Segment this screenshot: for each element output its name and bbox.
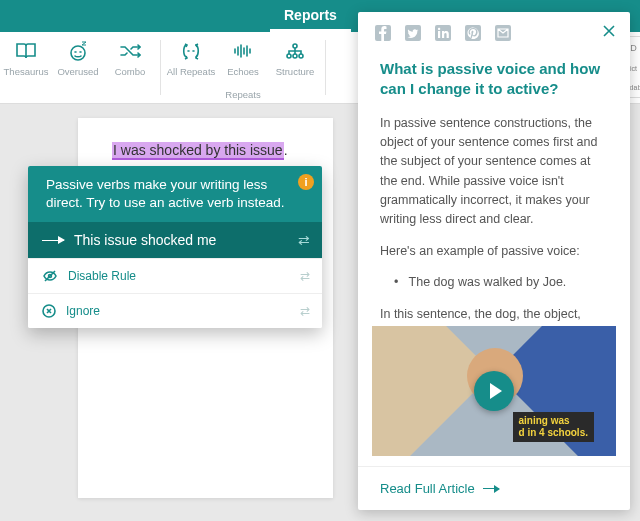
suggestion-card: Passive verbs make your writing less dir… xyxy=(28,166,322,328)
svg-point-4 xyxy=(299,54,303,58)
editor-text: . xyxy=(284,142,288,158)
tab-reports[interactable]: Reports xyxy=(270,0,351,32)
toolbar-group-repeats: All Repeats Echoes Structure Repeats xyxy=(165,32,321,103)
pinterest-icon[interactable] xyxy=(464,24,482,42)
group-separator xyxy=(160,40,161,95)
toolbar-group-1: Thesaurus Overused Combo xyxy=(0,32,156,103)
repeats-icon xyxy=(180,40,202,62)
paragraph: In this sentence, the dog, the object, c… xyxy=(380,305,608,325)
svg-point-3 xyxy=(293,54,297,58)
combo-button[interactable]: Combo xyxy=(104,32,156,80)
help-panel: What is passive voice and how can I chan… xyxy=(358,12,630,510)
shuffle-icon xyxy=(119,40,141,62)
paragraph: Here's an example of passive voice: xyxy=(380,242,608,261)
overused-button[interactable]: Overused xyxy=(52,32,104,80)
paragraph: In passive sentence constructions, the o… xyxy=(380,114,608,230)
svg-point-1 xyxy=(293,44,297,48)
suggestion-message: Passive verbs make your writing less dir… xyxy=(28,166,322,222)
overused-label: Overused xyxy=(57,66,98,77)
disable-rule-button[interactable]: Disable Rule ⇄ xyxy=(28,258,322,293)
svg-point-2 xyxy=(287,54,291,58)
video-thumbnail[interactable]: aining wasd in 4 schools. xyxy=(372,326,616,456)
eye-off-icon xyxy=(42,269,58,283)
swap-icon: ⇄ xyxy=(300,269,310,283)
suggestion-replacement: This issue shocked me xyxy=(74,232,216,248)
video-caption: aining wasd in 4 schools. xyxy=(513,412,594,442)
read-full-article-link[interactable]: Read Full Article xyxy=(358,466,630,510)
passive-highlight[interactable]: I was shocked by this issue xyxy=(112,142,284,160)
echoes-label: Echoes xyxy=(227,66,259,77)
thesaurus-label: Thesaurus xyxy=(4,66,49,77)
structure-icon xyxy=(284,40,306,62)
structure-button[interactable]: Structure xyxy=(269,32,321,80)
structure-label: Structure xyxy=(276,66,315,77)
group-label-repeats: Repeats xyxy=(165,89,321,100)
all-repeats-button[interactable]: All Repeats xyxy=(165,32,217,80)
swap-icon: ⇄ xyxy=(300,304,310,318)
apply-suggestion-button[interactable]: This issue shocked me ⇄ xyxy=(28,222,322,258)
info-icon[interactable]: i xyxy=(298,174,314,190)
soundwave-icon xyxy=(232,40,254,62)
panel-body: What is passive voice and how can I chan… xyxy=(358,51,630,324)
share-icons xyxy=(374,24,588,42)
group-separator xyxy=(325,40,326,95)
x-circle-icon xyxy=(42,304,56,318)
book-icon xyxy=(15,40,37,62)
combo-label: Combo xyxy=(115,66,146,77)
article-title: What is passive voice and how can I chan… xyxy=(380,59,608,100)
svg-point-0 xyxy=(71,46,85,60)
arrow-right-icon xyxy=(483,488,499,490)
twitter-icon[interactable] xyxy=(404,24,422,42)
thesaurus-button[interactable]: Thesaurus xyxy=(0,32,52,80)
arrow-right-icon xyxy=(42,240,64,242)
sleepy-face-icon xyxy=(67,40,89,62)
ignore-button[interactable]: Ignore ⇄ xyxy=(28,293,322,328)
echoes-button[interactable]: Echoes xyxy=(217,32,269,80)
swap-icon: ⇄ xyxy=(298,232,310,248)
facebook-icon[interactable] xyxy=(374,24,392,42)
panel-header xyxy=(358,12,630,51)
close-button[interactable] xyxy=(600,22,618,43)
bullet: • The dog was walked by Joe. xyxy=(380,273,608,292)
play-icon[interactable] xyxy=(474,371,514,411)
linkedin-icon[interactable] xyxy=(434,24,452,42)
all-repeats-label: All Repeats xyxy=(167,66,216,77)
email-icon[interactable] xyxy=(494,24,512,42)
